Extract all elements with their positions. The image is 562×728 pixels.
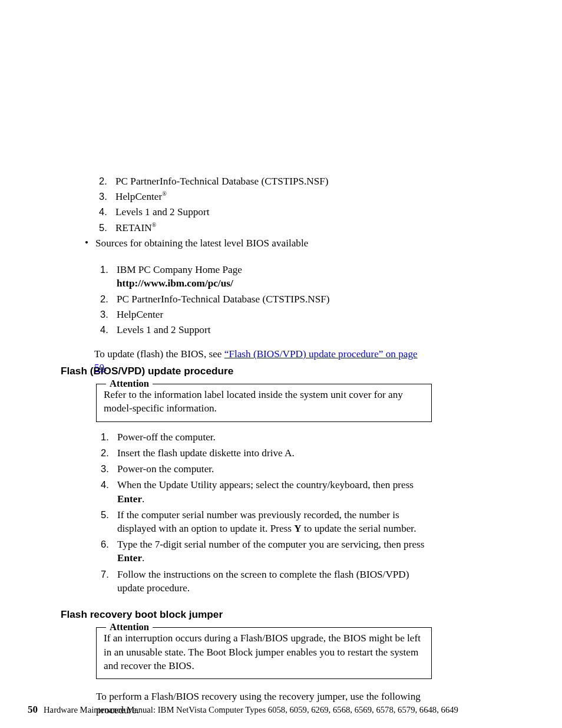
step-item: 5.If the computer serial number was prev… bbox=[96, 508, 432, 535]
list-marker: 4. bbox=[99, 205, 107, 218]
step-item: 4.When the Update Utility appears; selec… bbox=[96, 478, 432, 505]
list-resources-b: 1. IBM PC Company Home Page http://www.i… bbox=[95, 263, 430, 337]
list-text: HelpCenter bbox=[117, 309, 163, 320]
procedure-steps: 1.Power-off the computer. 2.Insert the f… bbox=[96, 430, 432, 595]
list-item: 2.PC PartnerInfo-Technical Database (CTS… bbox=[94, 174, 430, 188]
registered-mark: ® bbox=[162, 190, 167, 197]
list-item: 2.PC PartnerInfo-Technical Database (CTS… bbox=[95, 292, 430, 306]
bullet-list: Sources for obtaining the latest level B… bbox=[84, 236, 430, 337]
step-number: 3. bbox=[101, 462, 109, 475]
list-marker: 3. bbox=[99, 190, 107, 203]
url-text: http://www.ibm.com/pc/us/ bbox=[117, 276, 430, 290]
bullet-item: Sources for obtaining the latest level B… bbox=[84, 236, 430, 337]
text: To update (flash) the BIOS, see bbox=[94, 348, 224, 360]
list-item: 1. IBM PC Company Home Page http://www.i… bbox=[95, 263, 430, 290]
section-flash-update: Flash (BIOS/VPD) update procedure Attent… bbox=[61, 364, 432, 718]
list-text: Levels 1 and 2 Support bbox=[117, 324, 210, 335]
step-number: 4. bbox=[101, 478, 109, 491]
key-name: Enter bbox=[117, 552, 142, 564]
registered-mark: ® bbox=[152, 222, 157, 228]
attention-body: If an interruption occurs during a Flash… bbox=[104, 631, 425, 673]
item-body: IBM PC Company Home Page http://www.ibm.… bbox=[117, 263, 430, 290]
heading-2: Flash (BIOS/VPD) update procedure bbox=[61, 364, 432, 378]
document-page: 2.PC PartnerInfo-Technical Database (CTS… bbox=[0, 0, 562, 728]
step-text: When the Update Utility appears; select … bbox=[117, 479, 414, 490]
body-column: 2.PC PartnerInfo-Technical Database (CTS… bbox=[94, 174, 430, 375]
page-number: 50 bbox=[28, 704, 38, 715]
list-text: RETAIN bbox=[115, 222, 152, 233]
list-text: HelpCenter bbox=[115, 191, 162, 202]
step-text: Type the 7-digit serial number of the co… bbox=[117, 539, 424, 550]
list-marker: 2. bbox=[100, 292, 108, 305]
list-resources-a: 2.PC PartnerInfo-Technical Database (CTS… bbox=[94, 174, 430, 235]
list-marker: 1. bbox=[100, 263, 108, 276]
list-marker: 2. bbox=[99, 174, 107, 187]
list-item: 3.HelpCenter bbox=[95, 308, 430, 321]
list-item: 4.Levels 1 and 2 Support bbox=[95, 323, 430, 337]
step-text: Power-off the computer. bbox=[117, 431, 216, 443]
step-item: 3.Power-on the computer. bbox=[96, 462, 432, 476]
step-text: . bbox=[142, 552, 144, 564]
key-name: Enter bbox=[117, 493, 142, 505]
attention-box: Attention If an interruption occurs duri… bbox=[96, 627, 432, 679]
attention-legend: Attention bbox=[106, 377, 153, 390]
step-number: 6. bbox=[101, 538, 109, 551]
step-number: 1. bbox=[101, 430, 109, 443]
page-footer: 50Hardware Maintenance Manual: IBM NetVi… bbox=[28, 702, 534, 717]
step-item: 1.Power-off the computer. bbox=[96, 430, 432, 444]
list-text: PC PartnerInfo-Technical Database (CTSTI… bbox=[117, 294, 330, 305]
step-item: 6.Type the 7-digit serial number of the … bbox=[96, 538, 432, 565]
list-marker: 3. bbox=[100, 308, 108, 321]
list-marker: 4. bbox=[100, 323, 108, 336]
text-line: IBM PC Company Home Page bbox=[117, 263, 430, 276]
step-text: . bbox=[142, 493, 144, 505]
step-item: 7.Follow the instructions on the screen … bbox=[96, 568, 432, 595]
heading-2: Flash recovery boot block jumper bbox=[61, 608, 432, 621]
footer-text: Hardware Maintenance Manual: IBM NetVist… bbox=[44, 705, 458, 714]
attention-body: Refer to the information label located i… bbox=[104, 388, 425, 415]
step-text: Insert the flash update diskette into dr… bbox=[117, 447, 295, 459]
step-text: to update the serial number. bbox=[302, 523, 416, 534]
step-text: Follow the instructions on the screen to… bbox=[117, 569, 409, 594]
list-item: 5. RETAIN® bbox=[94, 221, 430, 235]
list-item: 4.Levels 1 and 2 Support bbox=[94, 205, 430, 219]
step-number: 2. bbox=[101, 446, 109, 459]
key-name: Y bbox=[294, 523, 301, 534]
attention-legend: Attention bbox=[106, 621, 153, 634]
bullet-text: Sources for obtaining the latest level B… bbox=[95, 238, 308, 249]
list-text: Levels 1 and 2 Support bbox=[115, 206, 209, 218]
attention-box: Attention Refer to the information label… bbox=[96, 384, 432, 421]
list-marker: 5. bbox=[99, 221, 107, 234]
step-text: Power-on the computer. bbox=[117, 463, 214, 475]
step-number: 7. bbox=[101, 568, 109, 581]
step-number: 5. bbox=[101, 508, 109, 521]
list-text: PC PartnerInfo-Technical Database (CTSTI… bbox=[115, 176, 329, 187]
step-item: 2.Insert the flash update diskette into … bbox=[96, 446, 432, 460]
list-item: 3.HelpCenter® bbox=[94, 190, 430, 203]
